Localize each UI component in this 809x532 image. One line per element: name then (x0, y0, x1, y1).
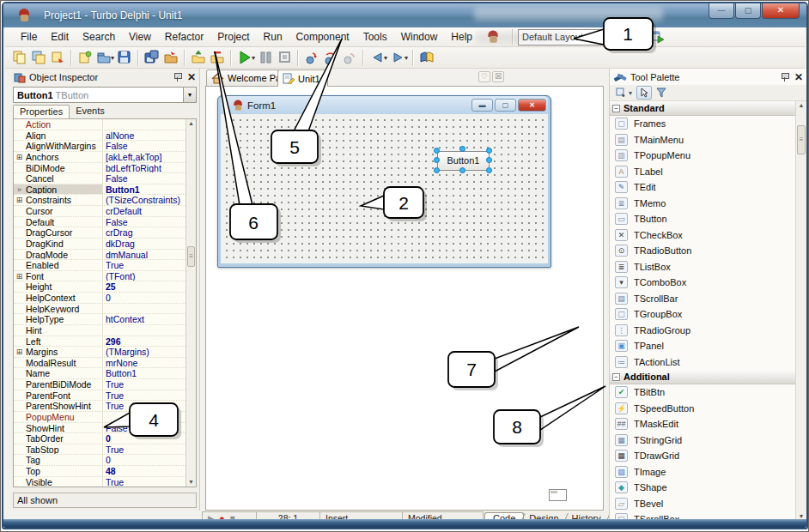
designer-surface[interactable]: Form1 ▬ ▢ ✕ Button1 (205, 86, 604, 511)
property-row-cursor[interactable]: CursorcrDefault (14, 206, 186, 217)
form-close-button[interactable]: ✕ (518, 99, 546, 112)
expand-icon[interactable]: ⊞ (14, 152, 25, 162)
scrollbar-thumb[interactable]: ≡ (187, 246, 195, 267)
chevron-down-icon[interactable]: ▾ (111, 54, 114, 62)
pin-icon[interactable] (173, 72, 182, 82)
instance-selector-combo[interactable]: Button1 TButton ▾ (13, 87, 197, 103)
add-file-icon[interactable] (48, 49, 67, 67)
property-value[interactable]: True (103, 260, 186, 270)
palette-item-tedit[interactable]: ✎TEdit (610, 179, 806, 196)
property-row-height[interactable]: Height25 (14, 281, 186, 293)
property-row-taborder[interactable]: TabOrder0 (14, 433, 186, 444)
property-value[interactable] (103, 119, 186, 130)
component-list[interactable]: −Standard▢Frames▤TMainMenu▥TPopupMenuATL… (610, 101, 806, 521)
selection-handle[interactable] (434, 148, 440, 154)
close-icon[interactable]: ✕ (794, 72, 803, 82)
property-row-anchors[interactable]: ⊞Anchors[akLeft,akTop] (14, 152, 186, 163)
expand-icon[interactable]: ⊞ (14, 271, 25, 281)
trace-into-icon[interactable] (302, 49, 321, 67)
property-row-margins[interactable]: ⊞Margins(TMargins) (14, 347, 186, 358)
tab-events[interactable]: Events (70, 105, 111, 118)
property-value[interactable]: 0 (103, 293, 186, 303)
property-row-tabstop[interactable]: TabStopTrue (14, 444, 186, 456)
palette-item-frames[interactable]: ▢Frames (610, 116, 806, 132)
save-desktop-icon[interactable] (628, 29, 645, 45)
property-value[interactable] (103, 304, 186, 314)
palette-item-tbevel[interactable]: ▱TBevel (610, 496, 806, 512)
property-value[interactable]: (TSizeConstraints) (103, 195, 186, 205)
menu-view[interactable]: View (122, 29, 158, 45)
palette-item-tdrawgrid[interactable]: ▦TDrawGrid (610, 448, 806, 464)
add-to-project-icon[interactable] (189, 49, 208, 67)
property-value[interactable]: dmManual (103, 250, 186, 260)
property-value[interactable]: Button1 (103, 184, 186, 195)
property-row-font[interactable]: ⊞Font(TFont) (14, 271, 186, 282)
property-value[interactable]: 296 (103, 336, 186, 347)
property-row-alignwithmargins[interactable]: AlignWithMarginsFalse (14, 141, 186, 152)
menu-project[interactable]: Project (210, 29, 256, 45)
palette-item-tcheckbox[interactable]: ✕TCheckBox (610, 227, 806, 244)
property-value[interactable]: alNone (103, 130, 186, 141)
palette-item-tmemo[interactable]: ≣TMemo (610, 196, 806, 212)
property-row-popupmenu[interactable]: PopupMenu (14, 412, 186, 423)
form-client-grid[interactable]: Button1 (221, 114, 548, 263)
property-value[interactable]: False (103, 423, 186, 433)
object-inspector-header[interactable]: Object Inspector ✕ (10, 69, 199, 86)
property-row-align[interactable]: AlignalNone (14, 130, 186, 142)
selection-handle[interactable] (459, 146, 465, 152)
close-icon[interactable]: ✕ (187, 72, 196, 82)
property-value[interactable]: (TMargins) (103, 347, 186, 357)
property-value[interactable]: bdLeftToRight (103, 163, 186, 173)
property-value[interactable]: True (103, 390, 186, 401)
expand-icon[interactable]: ⊞ (14, 347, 25, 357)
stop-icon[interactable] (275, 49, 294, 67)
category-additional[interactable]: −Additional (610, 370, 795, 384)
save-icon[interactable] (115, 49, 134, 67)
new-form-icon[interactable] (29, 49, 48, 67)
property-value[interactable]: crDrag (103, 227, 186, 238)
selection-handle[interactable] (434, 157, 440, 163)
close-page-icon[interactable]: ☒ (492, 71, 504, 82)
scroll-up-icon[interactable]: ▲ (796, 101, 806, 110)
palette-item-tmaskedit[interactable]: ##TMaskEdit (610, 416, 806, 432)
palette-item-tcombobox[interactable]: ▾TComboBox (610, 275, 806, 291)
favorites-icon[interactable]: ♡ (478, 71, 490, 82)
palette-item-tscrollbar[interactable]: ▤TScrollBar (610, 291, 806, 307)
palette-item-tbutton[interactable]: ▭TButton (610, 211, 806, 227)
menu-tools[interactable]: Tools (356, 29, 394, 45)
palette-item-tlistbox[interactable]: ≣TListBox (610, 259, 806, 275)
collapse-icon[interactable]: − (612, 105, 620, 112)
property-row-dragcursor[interactable]: DragCursorcrDrag (14, 227, 186, 239)
selection-handle[interactable] (486, 167, 492, 173)
run-desktop-icon[interactable] (648, 29, 666, 45)
desktop-layout-combo[interactable]: Default Layout ▾ (518, 29, 614, 45)
property-row-enabled[interactable]: EnabledTrue (14, 260, 186, 271)
chevron-down-icon[interactable]: ▾ (183, 88, 196, 102)
property-value[interactable] (103, 325, 186, 336)
minimize-button[interactable]: — (709, 3, 734, 19)
save-all-icon[interactable] (143, 49, 161, 67)
property-row-default[interactable]: DefaultFalse (14, 217, 186, 228)
palette-scrollbar[interactable]: ▲ ≡ ▼ (795, 101, 806, 521)
property-row-dragkind[interactable]: DragKinddkDrag (14, 239, 186, 250)
palette-item-tradiobutton[interactable]: ⊙TRadioButton (610, 243, 806, 259)
selection-handle[interactable] (486, 157, 492, 163)
menu-help[interactable]: Help (444, 29, 479, 45)
property-value[interactable]: dkDrag (103, 239, 186, 249)
menu-file[interactable]: File (14, 29, 44, 45)
palette-item-tstringgrid[interactable]: ▦TStringGrid (610, 432, 806, 449)
palette-item-tspeedbutton[interactable]: ⚡TSpeedButton (610, 401, 806, 417)
selection-handle[interactable] (459, 167, 465, 173)
expand-icon[interactable]: ⊞ (14, 195, 25, 205)
palette-item-tactionlist[interactable]: ≔TActionList (610, 354, 806, 371)
property-row-name[interactable]: NameButton1 (14, 368, 186, 379)
form-designer-window[interactable]: Form1 ▬ ▢ ✕ Button1 (217, 95, 551, 268)
palette-item-timage[interactable]: ▨TImage (610, 464, 806, 481)
property-row-top[interactable]: Top48 (14, 466, 186, 477)
remove-from-project-icon[interactable] (208, 49, 227, 67)
property-row-showhint[interactable]: ShowHintFalse (14, 423, 186, 434)
property-row-cancel[interactable]: CancelFalse (14, 173, 186, 184)
property-value[interactable]: [akLeft,akTop] (103, 152, 186, 162)
tab-unit1[interactable]: Unit1 (277, 70, 328, 87)
palette-options-icon[interactable]: ▾ (613, 86, 635, 100)
